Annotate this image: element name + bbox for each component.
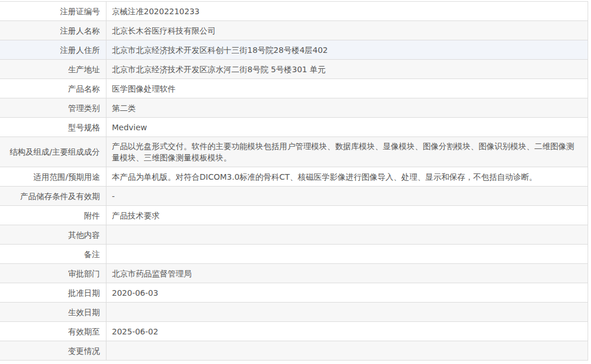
row-value: - bbox=[106, 187, 588, 206]
row-label: 适用范围/预期用途 bbox=[0, 167, 106, 187]
row-label: 结构及组成/主要组成成分 bbox=[0, 137, 106, 167]
row-label: 注册证编号 bbox=[0, 2, 106, 21]
row-value bbox=[106, 303, 588, 322]
row-label: 型号规格 bbox=[0, 118, 106, 137]
registration-table-body: 注册证编号 京械注准20202210233 注册人名称 北京长木谷医疗科技有限公… bbox=[0, 2, 588, 361]
table-row: 结构及组成/主要组成成分 产品以光盘形式交付。软件的主要功能模块包括用户管理模块… bbox=[0, 137, 588, 167]
row-label: 备注 bbox=[0, 245, 106, 264]
row-value: 产品技术要求 bbox=[106, 206, 588, 225]
table-row: 附件 产品技术要求 bbox=[0, 206, 588, 225]
row-label: 注册人名称 bbox=[0, 21, 106, 40]
table-row: 生效日期 bbox=[0, 303, 588, 322]
table-row: 适用范围/预期用途 本产品为单机版。对符合DICOM3.0标准的骨科CT、核磁医… bbox=[0, 167, 588, 187]
row-label: 审批部门 bbox=[0, 264, 106, 283]
table-row: 批准日期 2020-06-03 bbox=[0, 283, 588, 303]
table-row: 审批部门 北京市药品监督管理局 bbox=[0, 264, 588, 283]
row-label: 有效期至 bbox=[0, 322, 106, 341]
table-row: 变更情况 bbox=[0, 341, 588, 361]
row-value: 2025-06-02 bbox=[106, 322, 588, 341]
row-value: Medview bbox=[106, 118, 588, 137]
table-row: 管理类别 第二类 bbox=[0, 98, 588, 118]
row-value: 北京长木谷医疗科技有限公司 bbox=[106, 21, 588, 40]
row-label: 批准日期 bbox=[0, 283, 106, 303]
row-value: 北京市北京经济技术开发区科创十三街18号院28号楼4层402 bbox=[106, 40, 588, 60]
table-row: 生产地址 北京市北京经济技术开发区凉水河二街8号院 5号楼301 单元 bbox=[0, 60, 588, 79]
row-value bbox=[106, 225, 588, 245]
registration-table: 注册证编号 京械注准20202210233 注册人名称 北京长木谷医疗科技有限公… bbox=[0, 1, 588, 361]
table-row: 注册人名称 北京长木谷医疗科技有限公司 bbox=[0, 21, 588, 40]
row-label: 变更情况 bbox=[0, 341, 106, 361]
table-row: 其他内容 bbox=[0, 225, 588, 245]
table-row: 注册人住所 北京市北京经济技术开发区科创十三街18号院28号楼4层402 bbox=[0, 40, 588, 60]
row-value bbox=[106, 341, 588, 361]
table-row: 产品名称 医学图像处理软件 bbox=[0, 79, 588, 98]
row-value: 北京市药品监督管理局 bbox=[106, 264, 588, 283]
registration-detail-page: 注册证编号 京械注准20202210233 注册人名称 北京长木谷医疗科技有限公… bbox=[0, 0, 591, 364]
row-label: 产品名称 bbox=[0, 79, 106, 98]
row-value: 第二类 bbox=[106, 98, 588, 118]
table-row: 有效期至 2025-06-02 bbox=[0, 322, 588, 341]
table-row: 产品储存条件及有效期 - bbox=[0, 187, 588, 206]
row-value bbox=[106, 245, 588, 264]
row-label: 生效日期 bbox=[0, 303, 106, 322]
table-row: 型号规格 Medview bbox=[0, 118, 588, 137]
row-label: 生产地址 bbox=[0, 60, 106, 79]
table-row: 备注 bbox=[0, 245, 588, 264]
row-value: 本产品为单机版。对符合DICOM3.0标准的骨科CT、核磁医学影像进行图像导入、… bbox=[106, 167, 588, 187]
row-value: 产品以光盘形式交付。软件的主要功能模块包括用户管理模块、数据库模块、显像模块、图… bbox=[106, 137, 588, 167]
row-value: 医学图像处理软件 bbox=[106, 79, 588, 98]
row-label: 管理类别 bbox=[0, 98, 106, 118]
row-value: 京械注准20202210233 bbox=[106, 2, 588, 21]
row-label: 附件 bbox=[0, 206, 106, 225]
row-label: 产品储存条件及有效期 bbox=[0, 187, 106, 206]
row-label: 其他内容 bbox=[0, 225, 106, 245]
table-row: 注册证编号 京械注准20202210233 bbox=[0, 2, 588, 21]
row-value: 2020-06-03 bbox=[106, 283, 588, 303]
row-label: 注册人住所 bbox=[0, 40, 106, 60]
row-value: 北京市北京经济技术开发区凉水河二街8号院 5号楼301 单元 bbox=[106, 60, 588, 79]
